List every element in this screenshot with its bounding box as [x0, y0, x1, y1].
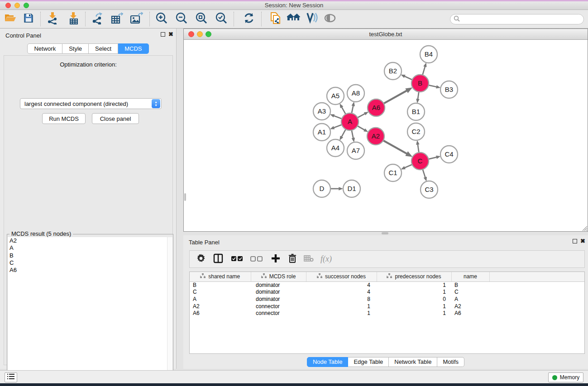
cell-MCDS-role[interactable]: connector	[251, 310, 306, 317]
graph-node-B[interactable]: B	[411, 75, 429, 92]
refresh-button[interactable]	[240, 10, 258, 28]
table-row[interactable]: A6connector11A6	[190, 310, 584, 317]
cell-shared-name[interactable]: A2	[190, 303, 251, 310]
mcds-result-item[interactable]: A2	[8, 237, 172, 244]
save-session-button[interactable]	[19, 10, 38, 28]
column-header-name[interactable]: name	[451, 272, 489, 281]
graph-node-D1[interactable]: D1	[343, 180, 360, 197]
edge-A-A4[interactable]	[342, 129, 346, 137]
zoom-out-button[interactable]	[172, 10, 191, 28]
graph-node-A7[interactable]: A7	[347, 142, 364, 159]
graph-node-C2[interactable]: C2	[407, 123, 425, 140]
mcds-result-item[interactable]: C	[8, 259, 172, 267]
column-header-MCDS-role[interactable]: MCDS role	[251, 272, 306, 281]
edge-B-B1[interactable]	[418, 92, 419, 99]
search-input[interactable]	[462, 15, 583, 24]
show-column-panel-button[interactable]	[213, 253, 223, 266]
graph-node-C4[interactable]: C4	[440, 146, 458, 163]
zoom-in-button[interactable]	[153, 10, 171, 28]
cell-shared-name[interactable]: A	[190, 295, 251, 303]
cell-predecessor-nodes[interactable]: 1	[377, 281, 451, 289]
graph-node-A1[interactable]: A1	[313, 124, 330, 141]
cell-predecessor-nodes[interactable]: 0	[377, 295, 451, 303]
edge-B-B3[interactable]	[429, 85, 437, 87]
float-panel-icon[interactable]	[573, 239, 577, 243]
cell-name[interactable]: A	[451, 295, 489, 303]
edge-A-A8[interactable]	[352, 106, 353, 114]
close-panel-button[interactable]: Close panel	[92, 113, 139, 124]
graph-node-B4[interactable]: B4	[420, 46, 437, 63]
tab-style[interactable]: Style	[62, 43, 89, 54]
export-image-button[interactable]	[127, 10, 145, 28]
cell-name[interactable]: B	[451, 281, 489, 289]
home-button[interactable]	[285, 10, 303, 28]
edge-C-C4[interactable]	[428, 157, 436, 159]
cell-name[interactable]: C	[451, 289, 489, 296]
graph-node-D[interactable]: D	[313, 180, 330, 197]
close-panel-icon[interactable]: ✖	[580, 239, 585, 243]
edge-C-C1[interactable]	[405, 165, 412, 168]
column-header-predecessor-nodes[interactable]: predecessor nodes	[377, 272, 451, 281]
tab-node-table[interactable]: Node Table	[307, 357, 349, 367]
edge-A-A5[interactable]	[342, 107, 346, 114]
open-session-button[interactable]	[1, 10, 19, 28]
unselect-all-columns-button[interactable]	[250, 253, 263, 266]
resize-grip-icon[interactable]	[581, 225, 588, 231]
cell-predecessor-nodes[interactable]: 1	[377, 289, 451, 296]
table-row[interactable]: Cdominator41C	[190, 289, 584, 296]
edge-B-B4[interactable]	[422, 67, 425, 75]
optimization-select[interactable]: largest connected component (directed) ▲…	[20, 98, 162, 109]
select-all-columns-button[interactable]	[231, 253, 243, 266]
cell-predecessor-nodes[interactable]: 1	[377, 310, 451, 317]
graph-node-A4[interactable]: A4	[327, 139, 344, 157]
cell-successor-nodes[interactable]: 8	[306, 295, 377, 303]
zoom-selected-button[interactable]	[212, 10, 230, 28]
graph-node-A5[interactable]: A5	[327, 87, 344, 105]
close-panel-icon[interactable]: ✖	[168, 32, 173, 37]
edge-C-C3[interactable]	[423, 169, 425, 177]
show-hide-button[interactable]	[321, 10, 339, 28]
mcds-result-item[interactable]: A6	[8, 267, 172, 274]
import-network-button[interactable]	[43, 10, 62, 28]
float-panel-icon[interactable]	[161, 32, 165, 37]
cell-predecessor-nodes[interactable]: 1	[377, 303, 451, 310]
edge-B-B2[interactable]	[405, 76, 412, 80]
table-row[interactable]: Bdominator41B	[190, 281, 584, 289]
export-table-button[interactable]	[108, 10, 126, 28]
cell-successor-nodes[interactable]: 4	[306, 289, 377, 296]
canvas-scroll-indicator[interactable]	[184, 193, 186, 201]
cell-shared-name[interactable]: B	[190, 281, 251, 289]
edge-C-C2[interactable]	[418, 144, 419, 152]
cell-MCDS-role[interactable]: dominator	[251, 289, 306, 296]
cell-successor-nodes[interactable]: 1	[306, 303, 377, 310]
table-row[interactable]: A2connector11A2	[190, 303, 584, 310]
graph-node-A[interactable]: A	[341, 113, 359, 130]
cell-shared-name[interactable]: A6	[190, 310, 251, 317]
edge-A2-C[interactable]	[383, 140, 407, 153]
new-network-from-selection-button[interactable]	[267, 10, 285, 28]
cell-MCDS-role[interactable]: connector	[251, 303, 306, 310]
zoom-fit-button[interactable]	[192, 10, 210, 28]
column-header-successor-nodes[interactable]: successor nodes	[306, 272, 377, 281]
export-network-button[interactable]	[88, 10, 106, 28]
column-header-shared-name[interactable]: shared name	[190, 272, 251, 281]
tab-network[interactable]: Network	[27, 43, 62, 54]
graph-node-B3[interactable]: B3	[440, 81, 458, 98]
delete-columns-button[interactable]	[288, 253, 296, 266]
graph-node-A3[interactable]: A3	[313, 103, 330, 120]
vizmapper-toggle-button[interactable]	[303, 10, 321, 28]
cell-shared-name[interactable]: C	[190, 289, 251, 296]
edge-A-A1[interactable]	[334, 125, 342, 128]
tab-mcds[interactable]: MCDS	[118, 43, 148, 54]
graph-node-A8[interactable]: A8	[347, 85, 364, 102]
cell-MCDS-role[interactable]: dominator	[251, 281, 306, 289]
edge-A6-B[interactable]	[384, 91, 407, 104]
tab-select[interactable]: Select	[89, 43, 118, 54]
edge-A-A3[interactable]	[334, 116, 342, 119]
task-history-button[interactable]	[5, 372, 17, 382]
run-mcds-button[interactable]: Run MCDS	[42, 113, 86, 124]
cell-successor-nodes[interactable]: 1	[306, 310, 377, 317]
graph-node-B1[interactable]: B1	[407, 103, 425, 120]
tab-motifs[interactable]: Motifs	[437, 357, 464, 367]
tab-edge-table[interactable]: Edge Table	[348, 357, 389, 367]
